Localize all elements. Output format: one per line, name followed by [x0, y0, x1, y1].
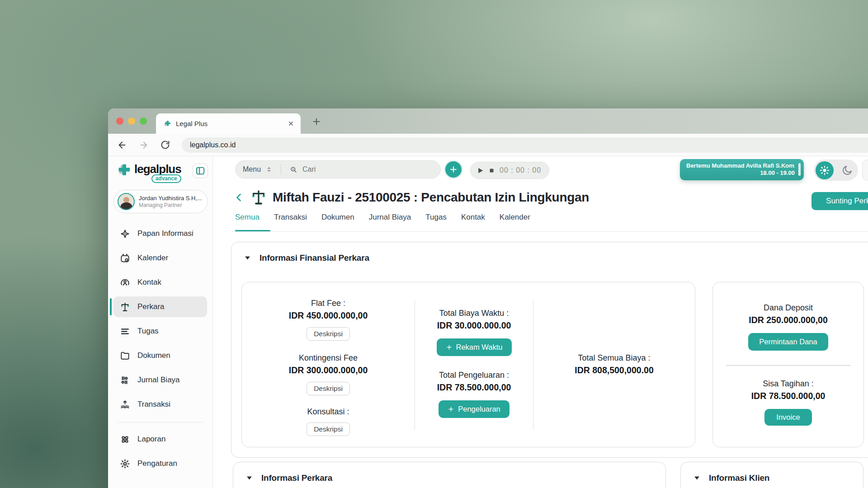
case-scales-icon: [250, 189, 267, 206]
light-mode-button[interactable]: [816, 161, 834, 179]
time-cost-value: IDR 30.000.000.00: [437, 319, 511, 332]
time-tracker: 00 : 00 : 00: [470, 162, 549, 179]
total-cost-label: Total Semua Biaya :: [578, 352, 650, 364]
folder-icon: [120, 351, 130, 361]
sidebar-item-perkara[interactable]: Perkara: [113, 296, 207, 317]
caret-down-icon: [245, 256, 250, 260]
sidebar-item-laporan[interactable]: Laporan: [113, 429, 207, 450]
remaining-bill-value: IDR 78.500.000,00: [751, 389, 826, 403]
back-chevron-icon[interactable]: [234, 192, 245, 203]
fund-request-button[interactable]: Permintaan Dana: [748, 333, 828, 351]
user-profile-card[interactable]: Jordan Yudhistira S.H,... Managing Partn…: [113, 190, 208, 213]
tabs-border: [231, 231, 868, 232]
logo-text: legalplus: [134, 163, 181, 175]
window-controls: [116, 117, 147, 125]
record-time-button[interactable]: Rekam Waktu: [437, 338, 512, 356]
play-icon[interactable]: [477, 167, 484, 174]
url-bar[interactable]: legalplus.co.id: [182, 137, 868, 153]
menu-search-bar: Menu Cari: [235, 160, 441, 178]
client-info-section: Informasi Klien: [680, 462, 863, 488]
url-text: legalplus.co.id: [190, 141, 236, 149]
case-tabs: Semua Transaksi Dokumen Jurnal Biaya Tug…: [235, 213, 530, 222]
stop-icon[interactable]: [488, 167, 495, 174]
reports-icon: [120, 434, 130, 445]
meeting-notification[interactable]: Bertemu Muhammad Avilla Rafi S.Kom... 18…: [680, 159, 804, 180]
active-indicator: [110, 298, 112, 315]
transactions-icon: [120, 399, 130, 410]
tab-title: Legal Plus: [176, 120, 283, 127]
finance-section: Informasi Finansial Perkara Flat Fee : I…: [231, 242, 868, 458]
caret-down-icon: [246, 476, 252, 480]
refresh-icon[interactable]: [160, 140, 170, 150]
dark-mode-button[interactable]: [838, 161, 856, 179]
tasks-icon: [120, 326, 130, 337]
sidebar-item-kontak[interactable]: Kontak: [113, 272, 207, 293]
search-icon: [289, 165, 298, 174]
flat-fee-value: IDR 450.000.000,00: [289, 309, 368, 322]
sidebar-item-papan-informasi[interactable]: Papan Informasi: [113, 223, 207, 244]
flat-fee-label: Flat Fee :: [311, 298, 345, 309]
new-tab-button[interactable]: [311, 116, 322, 127]
remaining-bill-label: Sisa Tagihan :: [763, 378, 814, 389]
search-input[interactable]: Cari: [302, 165, 316, 174]
tab-tugas[interactable]: Tugas: [425, 213, 447, 222]
sidebar: legalplus advance Jordan Yudhistira S.H,…: [108, 156, 213, 488]
finance-section-title: Informasi Finansial Perkara: [259, 253, 369, 263]
edge-cut-control[interactable]: [862, 160, 868, 181]
sidebar-item-transaksi[interactable]: Transaksi: [113, 394, 207, 415]
collapse-sidebar-button[interactable]: [193, 164, 208, 178]
menu-dropdown[interactable]: Menu: [243, 165, 261, 174]
sidebar-item-dokumen[interactable]: Dokumen: [113, 345, 207, 366]
moon-icon: [841, 164, 853, 176]
deposit-card: Dana Deposit IDR 250.000.000,00 Perminta…: [712, 282, 864, 447]
invoice-button[interactable]: Invoice: [764, 409, 811, 426]
browser-tab[interactable]: Legal Plus: [156, 113, 301, 134]
tab-dokumen[interactable]: Dokumen: [321, 213, 354, 222]
plus-icon: [446, 344, 453, 351]
add-expense-button[interactable]: Pengeluaran: [439, 400, 509, 418]
contingency-fee-label: Kontingensi Fee: [299, 352, 358, 364]
tab-jurnal-biaya[interactable]: Jurnal Biaya: [369, 213, 411, 222]
sidebar-item-kalender[interactable]: Kalender: [113, 248, 207, 268]
contingency-description-button[interactable]: Deskripsi: [307, 382, 350, 395]
zoom-window-button[interactable]: [140, 117, 147, 125]
flat-fee-description-button[interactable]: Deskripsi: [307, 327, 350, 341]
edit-case-button[interactable]: Sunting Perkara: [811, 192, 868, 210]
add-button[interactable]: [445, 161, 462, 178]
sidebar-nav: Papan Informasi Kalender: [108, 213, 212, 474]
case-info-title: Informasi Perkara: [261, 473, 332, 483]
minimize-window-button[interactable]: [128, 117, 135, 125]
main-content: Menu Cari: [213, 156, 868, 488]
client-info-header[interactable]: Informasi Klien: [681, 462, 863, 483]
close-tab-icon[interactable]: [288, 120, 294, 127]
tab-transaksi[interactable]: Transaksi: [274, 213, 307, 222]
finance-section-header[interactable]: Informasi Finansial Perkara: [231, 242, 868, 263]
sidebar-divider: [118, 422, 203, 422]
timer-value: 00 : 00 : 00: [500, 166, 541, 174]
browser-tabstrip: Legal Plus: [108, 108, 868, 134]
user-role: Managing Partner: [139, 202, 202, 209]
gear-icon: [120, 459, 130, 469]
sidebar-item-pengaturan[interactable]: Pengaturan: [113, 453, 207, 474]
sidebar-item-jurnal-biaya[interactable]: Jurnal Biaya: [113, 370, 207, 390]
consultation-description-button[interactable]: Deskripsi: [307, 422, 350, 436]
notification-time: 18.00 - 19.00: [686, 169, 795, 176]
tab-kontak[interactable]: Kontak: [461, 213, 485, 222]
theme-toggle: [814, 160, 858, 181]
back-icon[interactable]: [117, 140, 127, 150]
tab-kalender[interactable]: Kalender: [500, 213, 530, 222]
time-cost-label: Total Biaya Waktu :: [439, 308, 509, 319]
forward-icon[interactable]: [139, 140, 149, 150]
browser-window: Legal Plus legalplus.co.id: [108, 108, 868, 488]
legalplus-logo-icon: [115, 163, 132, 179]
avatar: [118, 193, 135, 210]
app-logo: legalplus advance: [108, 156, 212, 184]
unfold-icon[interactable]: [265, 166, 273, 173]
sidebar-item-tugas[interactable]: Tugas: [113, 321, 207, 342]
tab-semua[interactable]: Semua: [235, 213, 259, 222]
plus-icon: [449, 165, 458, 174]
notification-title: Bertemu Muhammad Avilla Rafi S.Kom...: [686, 162, 795, 169]
case-info-header[interactable]: Informasi Perkara: [233, 462, 665, 483]
close-window-button[interactable]: [116, 117, 123, 125]
notification-scrollbar[interactable]: [798, 163, 801, 176]
